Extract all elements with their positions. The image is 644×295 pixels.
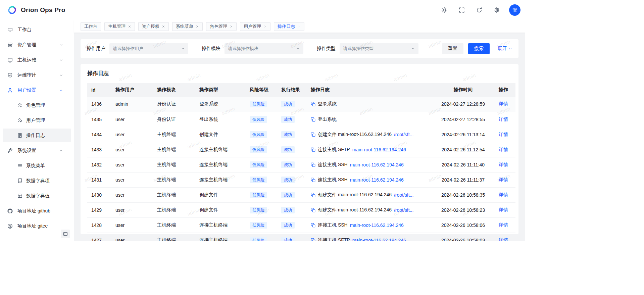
sidebar-item[interactable]: 系统设置 (3, 144, 71, 157)
detail-link[interactable]: 详情 (499, 101, 508, 106)
cell-id: 1428 (87, 217, 111, 233)
column-header: 操作日志 (307, 83, 432, 97)
sidebar-collapse-button[interactable] (61, 230, 70, 238)
close-icon[interactable] (196, 25, 199, 28)
close-icon[interactable] (297, 25, 301, 28)
log-link[interactable]: main-root-116.62.194.246 (350, 162, 404, 167)
log-link[interactable]: /root/sft... (394, 192, 413, 198)
cell-module: 身份认证 (153, 112, 195, 127)
copy-icon[interactable] (311, 178, 315, 182)
filter-select[interactable]: 请选择操作模块 (225, 43, 303, 54)
copy-icon[interactable] (311, 132, 315, 137)
sidebar-item-label: 主机运维 (17, 57, 59, 63)
sidebar-item[interactable]: 工作台 (3, 23, 71, 37)
detail-link[interactable]: 详情 (499, 132, 508, 137)
close-icon[interactable] (128, 25, 131, 28)
sidebar-item[interactable]: 资产管理 (3, 38, 71, 52)
tab[interactable]: 资产授权 (138, 22, 169, 31)
copy-icon[interactable] (311, 238, 315, 241)
sidebar-item[interactable]: 主机运维 (3, 53, 71, 67)
log-link[interactable]: main-root-116.62.194.246 (350, 223, 404, 228)
sidebar-subitem[interactable]: 数据字典项 (3, 174, 71, 188)
copy-icon[interactable] (311, 147, 315, 152)
tab[interactable]: 工作台 (81, 22, 101, 31)
log-link[interactable]: main-root-116.62.194.246 (352, 238, 406, 241)
table-row: 1433user主机终端连接主机终端低风险成功连接主机 SFTPmain-roo… (87, 142, 515, 157)
reset-button[interactable]: 重置 (442, 43, 463, 54)
close-icon[interactable] (230, 25, 233, 28)
refresh-icon[interactable] (476, 7, 482, 13)
cell-module: 主机终端 (153, 233, 195, 241)
theme-icon[interactable] (441, 7, 447, 13)
brand[interactable]: Orion Ops Pro (7, 5, 65, 15)
detail-link[interactable]: 详情 (499, 162, 508, 167)
cell-risk: 低风险 (246, 127, 277, 142)
chevron-down-icon (296, 47, 300, 51)
table-body: 1436admin身份认证登录系统低风险成功登录系统2024-02-27 12:… (87, 97, 515, 241)
cell-module: 主机终端 (153, 217, 195, 233)
tab[interactable]: 用户管理 (240, 22, 270, 31)
tab[interactable]: 操作日志 (274, 22, 304, 31)
detail-link[interactable]: 详情 (499, 192, 508, 197)
table-row: 1428user主机终端连接主机终端低风险成功连接主机 SSHmain-root… (87, 217, 515, 233)
sidebar-subitem[interactable]: 系统菜单 (3, 159, 71, 173)
detail-link[interactable]: 详情 (499, 237, 508, 241)
copy-icon[interactable] (311, 102, 315, 106)
sidebar-subitem[interactable]: 用户管理 (3, 113, 71, 127)
cell-result: 成功 (277, 172, 307, 187)
detail-link[interactable]: 详情 (499, 222, 508, 228)
tab[interactable]: 系统菜单 (172, 22, 203, 31)
log-content: 连接主机 SSHmain-root-116.62.194.246 (311, 177, 428, 183)
sidebar-subitem[interactable]: 角色管理 (3, 98, 71, 112)
cell-risk: 低风险 (246, 202, 277, 217)
copy-icon[interactable] (311, 162, 315, 167)
filter-select[interactable]: 请选择操作类型 (340, 43, 418, 54)
sidebar-item[interactable]: 项目地址 github (3, 204, 71, 218)
detail-link[interactable]: 详情 (499, 147, 508, 152)
filter-field: 操作类型请选择操作类型 (317, 43, 418, 54)
log-content: 连接主机 SSHmain-root-116.62.194.246 (311, 162, 428, 168)
cell-type: 连接主机终端 (195, 142, 246, 157)
copy-icon[interactable] (311, 117, 315, 122)
tab[interactable]: 主机管理 (104, 22, 135, 31)
table-row: 1431user主机终端连接主机终端低风险成功连接主机 SSHmain-root… (87, 172, 515, 187)
sidebar-subitem[interactable]: 数据字典值 (3, 189, 71, 203)
close-icon[interactable] (162, 25, 165, 28)
cell-time: 2024-02-27 12:28:59 (432, 97, 495, 112)
sidebar-subitem-label: 角色管理 (26, 102, 68, 108)
sidebar-item[interactable]: 用户设置 (3, 83, 71, 97)
chevron-down-icon (59, 43, 63, 47)
fullscreen-icon[interactable] (459, 7, 465, 13)
cell-user: user (111, 142, 153, 157)
cell-module: 主机终端 (153, 142, 195, 157)
log-link[interactable]: main-root-116.62.194.246 (350, 177, 404, 183)
copy-icon[interactable] (311, 223, 315, 228)
detail-link[interactable]: 详情 (499, 116, 508, 122)
sidebar-subitem[interactable]: 操作日志 (3, 129, 71, 142)
log-text: 登出系统 (318, 116, 337, 122)
cell-time: 2024-02-27 12:28:55 (432, 112, 495, 127)
detail-link[interactable]: 详情 (499, 207, 508, 212)
settings-icon[interactable] (494, 7, 500, 13)
copy-icon[interactable] (311, 208, 315, 212)
log-text: 连接主机 SSH (318, 222, 348, 228)
close-icon[interactable] (263, 25, 267, 28)
tab[interactable]: 角色管理 (206, 22, 237, 31)
sidebar-item[interactable]: 运维审计 (3, 68, 71, 82)
sidebar-subitem-label: 系统菜单 (26, 163, 68, 169)
log-link[interactable]: /root/sft... (394, 132, 413, 137)
user-avatar[interactable]: 管 (509, 4, 521, 16)
filter-select[interactable]: 请选择操作用户 (109, 43, 188, 54)
roles-icon (17, 103, 22, 108)
detail-link[interactable]: 详情 (499, 177, 508, 182)
log-link[interactable]: /root/sft... (394, 207, 413, 213)
log-link[interactable]: main-root-116.62.194.246 (352, 147, 406, 152)
copy-icon[interactable] (311, 193, 315, 197)
workbench-icon (7, 27, 13, 33)
cell-type: 连接主机终端 (195, 157, 246, 172)
expand-toggle[interactable]: 展开 (498, 46, 512, 52)
cell-time: 2024-02-26 10:58:35 (432, 187, 495, 202)
select-placeholder: 请选择操作用户 (113, 46, 143, 52)
search-button[interactable]: 搜索 (468, 43, 490, 54)
chevron-down-icon (181, 47, 185, 51)
